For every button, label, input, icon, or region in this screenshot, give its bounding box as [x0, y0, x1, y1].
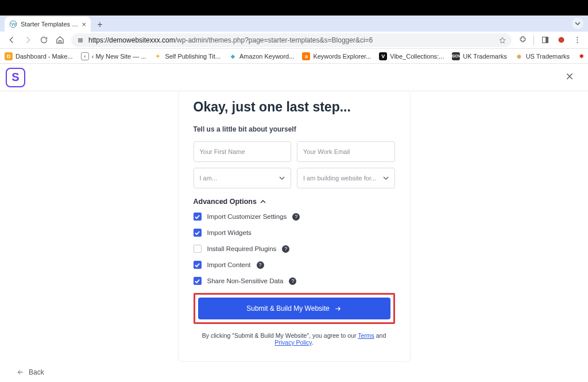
- consent-text: By clicking "Submit & Build My Website",…: [194, 332, 395, 346]
- option-label: Import Widgets: [207, 229, 252, 236]
- chevron-up-icon: [260, 199, 266, 204]
- nav-home-button[interactable]: [53, 33, 67, 47]
- svg-point-8: [577, 39, 578, 40]
- checkbox-share-data[interactable]: [194, 277, 202, 285]
- page-content: Okay, just one last step... Tell us a li…: [0, 92, 588, 362]
- option-label: Share Non-Sensitive Data: [207, 277, 284, 284]
- bookmark-item[interactable]: ✦Self Publishing Tit...: [154, 52, 220, 60]
- bookmark-item[interactable]: ‹‹ My New Site — ...: [81, 52, 146, 60]
- role-select[interactable]: I am...: [194, 168, 292, 188]
- app-header-bar: S: [0, 64, 588, 91]
- svg-point-7: [577, 37, 578, 38]
- option-row: Import Content ?: [194, 261, 395, 269]
- toolbar-divider: [533, 36, 534, 45]
- terms-link[interactable]: Terms: [358, 332, 374, 339]
- svg-point-6: [558, 37, 564, 43]
- side-panel-icon[interactable]: [539, 33, 551, 47]
- onboarding-card: Okay, just one last step... Tell us a li…: [178, 92, 411, 362]
- new-tab-button[interactable]: +: [93, 18, 107, 32]
- option-row: Import Widgets: [194, 229, 395, 237]
- svg-rect-1: [78, 38, 83, 40]
- site-settings-icon[interactable]: [77, 37, 84, 44]
- first-name-input[interactable]: [194, 141, 292, 162]
- app-logo[interactable]: S: [6, 68, 25, 87]
- wordpress-icon: [9, 20, 17, 28]
- option-label: Import Content: [207, 261, 251, 268]
- chevron-down-icon: [383, 175, 389, 181]
- privacy-link[interactable]: Privacy Policy: [274, 339, 312, 346]
- help-icon[interactable]: ?: [289, 277, 296, 285]
- page-subheading: Tell us a little bit about yourself: [194, 125, 395, 133]
- tab-overflow-button[interactable]: [572, 18, 583, 29]
- option-row: Share Non-Sensitive Data ?: [194, 277, 395, 285]
- extensions-icon[interactable]: [516, 33, 529, 47]
- bookmark-item[interactable]: ◆Amazon Keyword...: [229, 52, 294, 60]
- profile-avatar-icon[interactable]: [555, 33, 567, 47]
- browser-toolbar: https://demowebsitexxx.com/wp-admin/them…: [0, 32, 588, 49]
- bookmark-item[interactable]: GOVUK Trademarks: [452, 52, 506, 60]
- close-button[interactable]: [565, 72, 574, 83]
- submit-build-button[interactable]: Submit & Build My Website: [198, 298, 390, 319]
- svg-rect-5: [546, 37, 548, 43]
- bookmarks-bar: DDashboard - Make... ‹‹ My New Site — ..…: [0, 49, 588, 64]
- address-bar[interactable]: https://demowebsitexxx.com/wp-admin/them…: [71, 33, 512, 47]
- advanced-options-toggle[interactable]: Advanced Options: [194, 198, 395, 206]
- close-icon: [565, 72, 574, 81]
- chevron-down-icon: [279, 175, 285, 181]
- browser-tab-active[interactable]: Starter Templates ‹ Demo We ×: [5, 17, 91, 32]
- nav-back-button[interactable]: [5, 33, 18, 47]
- bookmark-item[interactable]: VVibe_Collections:...: [379, 52, 444, 60]
- help-icon[interactable]: ?: [282, 245, 289, 253]
- bookmark-item[interactable]: aKeywords Explorer...: [302, 52, 371, 60]
- bookmark-item[interactable]: ✱CN Trademarks: [578, 52, 588, 60]
- option-row: Import Customizer Settings ?: [194, 213, 395, 221]
- svg-point-9: [577, 42, 578, 43]
- checkbox-import-content[interactable]: [194, 261, 202, 269]
- arrow-right-icon: [334, 305, 342, 312]
- svg-rect-2: [78, 40, 83, 41]
- bookmark-item[interactable]: ◉US Trademarks: [515, 52, 570, 60]
- page-heading: Okay, just one last step...: [194, 99, 395, 115]
- option-label: Import Customizer Settings: [207, 213, 287, 220]
- purpose-select[interactable]: I am building website for...: [297, 168, 395, 188]
- window-top-border: [0, 0, 588, 16]
- help-icon[interactable]: ?: [292, 213, 300, 221]
- option-row: Install Required Plugins ?: [194, 245, 395, 253]
- submit-highlight-frame: Submit & Build My Website: [194, 293, 395, 324]
- checkbox-import-widgets[interactable]: [194, 229, 202, 237]
- help-icon[interactable]: ?: [257, 261, 264, 269]
- browser-menu-icon[interactable]: [571, 33, 583, 47]
- tab-close-icon[interactable]: ×: [82, 20, 86, 29]
- checkbox-install-plugins[interactable]: [194, 245, 202, 253]
- checkbox-import-customizer[interactable]: [194, 213, 202, 221]
- nav-forward-button[interactable]: [21, 33, 34, 47]
- option-label: Install Required Plugins: [207, 245, 277, 252]
- back-button[interactable]: Back: [16, 368, 44, 376]
- bookmark-star-icon[interactable]: [499, 37, 506, 44]
- url-text: https://demowebsitexxx.com/wp-admin/them…: [88, 36, 373, 44]
- nav-reload-button[interactable]: [37, 33, 51, 47]
- svg-rect-3: [78, 41, 83, 43]
- bookmark-item[interactable]: DDashboard - Make...: [5, 52, 73, 60]
- browser-tab-strip: Starter Templates ‹ Demo We × +: [0, 16, 588, 32]
- work-email-input[interactable]: [297, 141, 395, 162]
- arrow-left-icon: [16, 368, 24, 376]
- tab-title: Starter Templates ‹ Demo We: [21, 21, 78, 28]
